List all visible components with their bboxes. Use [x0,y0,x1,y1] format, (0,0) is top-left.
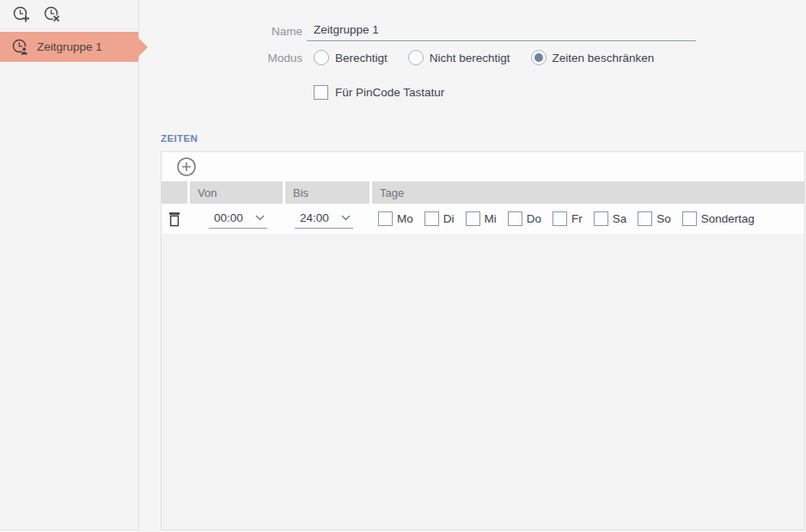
clock-x-icon [43,5,62,24]
days-cell: Mo Di Mi Do Fr [372,204,804,234]
zeiten-section-title: ZEITEN [161,133,198,144]
radio-berechtigt[interactable]: Berechtigt [314,50,388,65]
pincode-checkbox-label: Für PinCode Tastatur [335,86,444,99]
chevron-down-icon [255,215,265,221]
bis-time-dropdown[interactable]: 24:00 [295,209,353,229]
radio-nicht-berechtigt[interactable]: Nicht berechtigt [408,50,510,65]
zeiten-panel: Von Bis Tage 00:00 [161,151,805,530]
delete-timegroup-button[interactable] [43,5,62,24]
day-label: Mi [485,212,497,225]
day-label: Do [527,212,541,225]
day-label: Mo [397,212,413,225]
radio-zeiten-beschraenken[interactable]: Zeiten beschränken [531,50,655,65]
pincode-checkbox[interactable] [314,85,328,100]
sidebar-item-label: Zeitgruppe 1 [37,40,102,53]
zeiten-toolbar [162,152,804,181]
day-checkbox-mo[interactable]: Mo [378,211,413,226]
day-checkbox-do[interactable]: Do [508,211,541,226]
radio-label: Nicht berechtigt [430,52,510,64]
column-bis: Bis [285,181,369,204]
checkbox[interactable] [638,211,652,226]
checkbox[interactable] [466,211,480,226]
day-label: Fr [571,212,583,225]
day-label: Di [443,212,455,225]
checkbox[interactable] [508,211,522,226]
clock-plus-icon [12,5,31,24]
modus-label: Modus [161,52,302,64]
sidebar-toolbar [0,0,138,29]
von-time-dropdown[interactable]: 00:00 [209,209,267,229]
column-delete [162,181,187,204]
radio-label: Berechtigt [335,52,388,64]
day-label: Sa [613,212,627,225]
delete-row-button[interactable] [162,204,187,234]
sidebar-item-zeitgruppe-1[interactable]: Zeitgruppe 1 [0,32,138,62]
day-label: Sondertag [701,212,754,225]
selection-arrow [138,38,148,57]
chevron-down-icon [341,215,351,221]
name-value: Zeitgruppe 1 [314,23,379,36]
trash-icon [168,211,180,227]
name-label: Name [161,25,302,38]
radio-circle [531,50,546,65]
von-time-value: 00:00 [214,211,243,224]
time-row: 00:00 24:00 [162,204,804,234]
radio-circle [314,50,329,65]
checkbox[interactable] [424,211,439,226]
day-checkbox-sondertag[interactable]: Sondertag [682,211,754,226]
radio-label: Zeiten beschränken [553,52,655,64]
day-checkbox-di[interactable]: Di [424,211,455,226]
column-von: Von [190,181,283,204]
timegroup-page: Zeitgruppe 1 Name Zeitgruppe 1 Modus Ber… [0,0,806,532]
zeiten-table-header: Von Bis Tage [162,181,804,204]
modus-radio-group: Berechtigt Nicht berechtigt Zeiten besch… [314,50,675,65]
timegroup-sidebar: Zeitgruppe 1 [0,0,139,530]
plus-circle-icon [176,156,197,177]
day-checkbox-fr[interactable]: Fr [553,211,583,226]
radio-circle [408,50,424,65]
day-checkbox-mi[interactable]: Mi [466,211,497,226]
checkbox[interactable] [594,211,608,226]
checkbox[interactable] [553,211,567,226]
day-checkbox-so[interactable]: So [638,211,671,226]
pincode-checkbox-row[interactable]: Für PinCode Tastatur [314,85,444,100]
day-label: So [656,212,671,225]
add-timegroup-button[interactable] [12,5,31,24]
bis-time-value: 24:00 [300,211,329,224]
name-input[interactable]: Zeitgruppe 1 [307,21,696,41]
checkbox[interactable] [682,211,697,226]
column-tage: Tage [372,181,804,204]
clock-user-icon [11,38,29,56]
checkbox[interactable] [378,211,393,226]
add-time-row-button[interactable] [176,156,197,177]
day-checkbox-sa[interactable]: Sa [594,211,627,226]
